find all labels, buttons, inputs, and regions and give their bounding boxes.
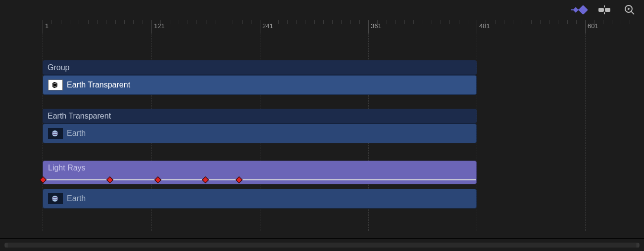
ruler-minor-tick [459, 20, 459, 24]
svg-rect-6 [604, 12, 605, 14]
ruler-minor-tick [558, 20, 558, 24]
ruler-minor-tick [549, 20, 549, 24]
ruler-minor-tick [124, 20, 125, 24]
ruler-minor-tick [486, 20, 486, 24]
ruler-minor-tick [396, 20, 396, 24]
ruler-minor-tick [70, 20, 70, 24]
ruler-minor-tick [97, 20, 98, 24]
ruler-minor-tick [314, 20, 315, 24]
svg-marker-9 [628, 7, 630, 10]
ruler-minor-tick [432, 20, 432, 24]
ruler-minor-tick [242, 20, 243, 24]
ruler-minor-tick [603, 20, 603, 24]
scrollbar-track[interactable]: || || [4, 243, 640, 248]
svg-rect-4 [605, 8, 610, 12]
ruler-minor-tick [441, 20, 441, 24]
svg-rect-2 [578, 5, 588, 14]
keyframe-icon[interactable] [106, 176, 113, 183]
ruler-minor-tick [179, 20, 179, 24]
keyframe-icon [571, 5, 588, 14]
keyframe-icon[interactable] [202, 176, 209, 183]
clip-label: Earth [67, 194, 86, 203]
ruler-major-tick: 121 [151, 20, 152, 33]
gridline [585, 33, 586, 231]
ruler-minor-tick [576, 20, 577, 24]
ruler-minor-tick [188, 20, 188, 24]
ruler-minor-tick [251, 20, 251, 24]
timeline-view-icon [598, 5, 613, 14]
ruler-minor-tick [79, 20, 79, 24]
ruler-major-tick: 241 [260, 20, 260, 33]
ruler-label: 121 [154, 22, 165, 30]
ruler-label: 601 [588, 22, 598, 30]
ruler-minor-tick [513, 20, 513, 24]
svg-rect-5 [604, 5, 605, 7]
ruler-major-tick: 361 [368, 20, 369, 33]
ruler-minor-tick [206, 20, 206, 24]
ruler-minor-tick [197, 20, 197, 24]
ruler-minor-tick [160, 20, 161, 24]
preview-button[interactable] [624, 4, 635, 15]
tracks-area[interactable]: Group Earth Transparent Earth Transparen… [0, 33, 644, 231]
ruler-minor-tick [269, 20, 269, 24]
timeline-ruler[interactable]: 1121241361481601 [0, 20, 644, 33]
ruler-minor-tick [88, 20, 89, 24]
ruler-minor-tick [495, 20, 495, 24]
ruler-minor-tick [133, 20, 134, 24]
ruler-minor-tick [323, 20, 324, 24]
svg-point-14 [52, 196, 58, 202]
ruler-minor-tick [332, 20, 333, 24]
clip-earth-2[interactable]: Earth [43, 189, 477, 209]
ruler-minor-tick [504, 20, 504, 24]
gridline [477, 33, 477, 231]
ruler-minor-tick [404, 20, 405, 24]
ruler-minor-tick [278, 20, 279, 24]
keyframe-editor-button[interactable] [571, 5, 588, 14]
ruler-major-tick: 1 [43, 20, 43, 33]
ruler-minor-tick [233, 20, 233, 24]
keyframe-icon[interactable] [236, 176, 243, 183]
ruler-minor-tick [621, 20, 621, 24]
group-header-label: Earth Transparent [48, 112, 111, 121]
ruler-minor-tick [296, 20, 297, 24]
clip-label: Earth [67, 129, 86, 138]
ruler-minor-tick [350, 20, 351, 24]
ruler-minor-tick [224, 20, 224, 24]
keyframe-track [43, 179, 476, 180]
ruler-minor-tick [413, 20, 414, 24]
ruler-minor-tick [215, 20, 215, 24]
timeline-toolbar [0, 0, 644, 20]
ruler-label: 241 [262, 22, 273, 30]
scrollbar-handle-left[interactable]: || [5, 243, 8, 248]
ruler-minor-tick [115, 20, 116, 24]
svg-line-8 [631, 11, 634, 14]
horizontal-scrollbar[interactable]: || || [0, 238, 644, 251]
ruler-label: 1 [45, 22, 49, 30]
clip-earth-1[interactable]: Earth [43, 124, 477, 143]
clip-earth-transparent[interactable]: Earth Transparent [43, 75, 477, 95]
clip-thumbnail [48, 193, 63, 204]
scrollbar-handle-right[interactable]: || [636, 243, 639, 248]
svg-rect-1 [573, 7, 578, 12]
clip-thumbnail [48, 80, 63, 90]
timeline-view-button[interactable] [598, 5, 613, 14]
ruler-minor-tick [531, 20, 532, 24]
group-header[interactable]: Group [43, 60, 477, 75]
svg-point-12 [52, 130, 58, 136]
keyframe-icon[interactable] [40, 176, 47, 183]
clip-label: Earth Transparent [67, 81, 130, 89]
group-header[interactable]: Earth Transparent [43, 109, 477, 124]
keyframe-icon[interactable] [154, 176, 161, 183]
ruler-minor-tick [630, 20, 630, 24]
ruler-minor-tick [359, 20, 360, 24]
ruler-minor-tick [468, 20, 468, 24]
ruler-minor-tick [540, 20, 541, 24]
ruler-minor-tick [170, 20, 170, 24]
ruler-minor-tick [143, 20, 143, 24]
ruler-label: 361 [371, 22, 382, 30]
clip-thumbnail [48, 128, 63, 139]
ruler-minor-tick [387, 20, 387, 24]
ruler-minor-tick [305, 20, 305, 24]
filter-light-rays[interactable]: Light Rays [43, 161, 477, 184]
ruler-minor-tick [287, 20, 288, 24]
